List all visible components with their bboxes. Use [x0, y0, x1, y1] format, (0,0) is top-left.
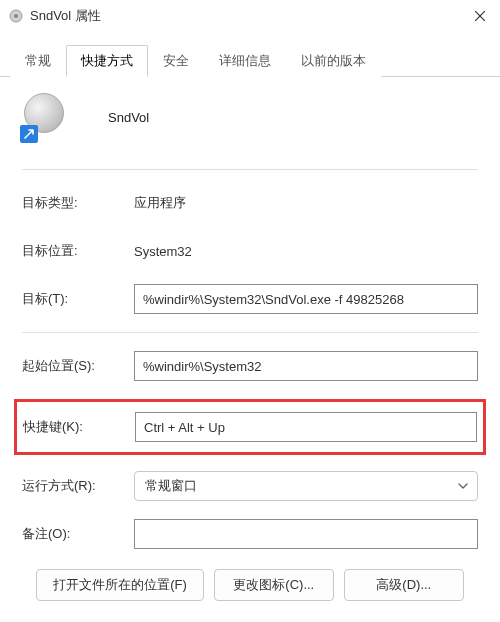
run-select-value: 常规窗口 [145, 477, 197, 495]
label-comment: 备注(O): [22, 525, 134, 543]
app-icon [24, 93, 72, 141]
label-target-type: 目标类型: [22, 194, 134, 212]
button-row: 打开文件所在的位置(F) 更改图标(C)... 高级(D)... [22, 569, 478, 601]
open-file-location-button[interactable]: 打开文件所在的位置(F) [36, 569, 204, 601]
window-title: SndVol 属性 [30, 7, 460, 25]
start-in-input[interactable] [134, 351, 478, 381]
shortcut-key-input[interactable] [135, 412, 477, 442]
divider [22, 332, 478, 333]
shortcut-overlay-icon [20, 125, 38, 143]
label-shortcut-key: 快捷键(K): [23, 418, 135, 436]
run-select[interactable]: 常规窗口 [134, 471, 478, 501]
app-header: SndVol [22, 93, 478, 141]
chevron-down-icon [458, 483, 468, 489]
row-shortcut-key: 快捷键(K): [23, 412, 477, 442]
value-target-location: System32 [134, 244, 192, 259]
divider [22, 169, 478, 170]
close-button[interactable] [460, 0, 500, 32]
comment-input[interactable] [134, 519, 478, 549]
row-target-location: 目标位置: System32 [22, 236, 478, 266]
label-start-in: 起始位置(S): [22, 357, 134, 375]
tab-previous-versions[interactable]: 以前的版本 [286, 45, 381, 77]
label-run: 运行方式(R): [22, 477, 134, 495]
titlebar-app-icon [8, 8, 24, 24]
label-target: 目标(T): [22, 290, 134, 308]
close-icon [475, 11, 485, 21]
tab-strip: 常规 快捷方式 安全 详细信息 以前的版本 [0, 44, 500, 77]
tab-general[interactable]: 常规 [10, 45, 66, 77]
row-target: 目标(T): [22, 284, 478, 314]
titlebar: SndVol 属性 [0, 0, 500, 32]
value-target-type: 应用程序 [134, 194, 186, 212]
tab-details[interactable]: 详细信息 [204, 45, 286, 77]
svg-point-1 [14, 14, 18, 18]
highlight-annotation: 快捷键(K): [14, 399, 486, 455]
row-run: 运行方式(R): 常规窗口 [22, 471, 478, 501]
tab-shortcut[interactable]: 快捷方式 [66, 45, 148, 77]
change-icon-button[interactable]: 更改图标(C)... [214, 569, 334, 601]
tab-security[interactable]: 安全 [148, 45, 204, 77]
app-name-label: SndVol [108, 110, 149, 125]
advanced-button[interactable]: 高级(D)... [344, 569, 464, 601]
label-target-location: 目标位置: [22, 242, 134, 260]
row-start-in: 起始位置(S): [22, 351, 478, 381]
row-comment: 备注(O): [22, 519, 478, 549]
target-input[interactable] [134, 284, 478, 314]
row-target-type: 目标类型: 应用程序 [22, 188, 478, 218]
tab-panel-shortcut: SndVol 目标类型: 应用程序 目标位置: System32 目标(T): … [0, 77, 500, 609]
